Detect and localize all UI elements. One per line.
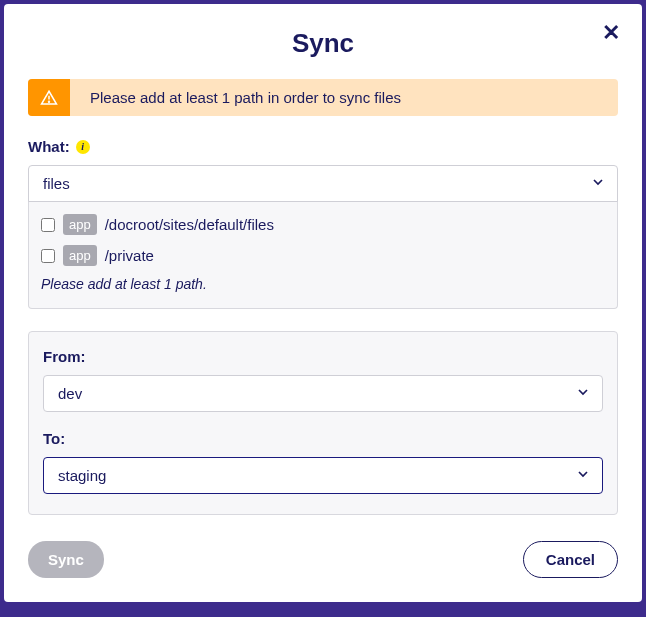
from-select[interactable]: dev: [43, 375, 603, 412]
path-text: /private: [105, 247, 154, 264]
app-badge: app: [63, 245, 97, 266]
close-button[interactable]: ✕: [602, 22, 620, 44]
environment-box: From: dev To: staging: [28, 331, 618, 515]
from-select-wrap: dev: [43, 375, 603, 412]
warning-icon: [40, 89, 58, 107]
alert-message: Please add at least 1 path in order to s…: [70, 79, 421, 116]
what-label-row: What: i: [28, 138, 618, 155]
alert-banner: Please add at least 1 path in order to s…: [28, 79, 618, 116]
what-label: What:: [28, 138, 70, 155]
modal-title: Sync: [28, 28, 618, 59]
what-select-wrap: files: [28, 165, 618, 202]
path-row: app /private: [41, 245, 605, 266]
alert-icon-box: [28, 79, 70, 116]
sync-button[interactable]: Sync: [28, 541, 104, 578]
from-label: From:: [43, 348, 603, 365]
to-select[interactable]: staging: [43, 457, 603, 494]
sync-modal: ✕ Sync Please add at least 1 path in ord…: [4, 4, 642, 602]
what-select[interactable]: files: [28, 165, 618, 202]
path-checkbox-0[interactable]: [41, 218, 55, 232]
path-text: /docroot/sites/default/files: [105, 216, 274, 233]
app-badge: app: [63, 214, 97, 235]
paths-container: app /docroot/sites/default/files app /pr…: [28, 200, 618, 309]
path-checkbox-1[interactable]: [41, 249, 55, 263]
cancel-button[interactable]: Cancel: [523, 541, 618, 578]
info-icon[interactable]: i: [76, 140, 90, 154]
path-row: app /docroot/sites/default/files: [41, 214, 605, 235]
close-icon: ✕: [602, 20, 620, 45]
to-label: To:: [43, 430, 603, 447]
to-select-wrap: staging: [43, 457, 603, 494]
svg-point-1: [49, 101, 50, 102]
paths-hint: Please add at least 1 path.: [41, 276, 605, 292]
modal-footer: Sync Cancel: [28, 541, 618, 578]
